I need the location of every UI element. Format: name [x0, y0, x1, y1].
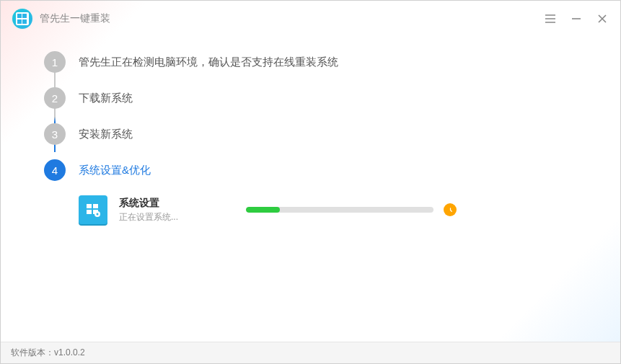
step-label-3: 安装新系统 [79, 128, 133, 141]
titlebar-left: 管先生一键重装 [12, 9, 110, 29]
progress-fill [246, 207, 280, 213]
clock-icon [444, 203, 457, 216]
app-logo-icon [12, 9, 32, 29]
step-number-3: 3 [44, 123, 66, 145]
menu-button[interactable] [544, 12, 557, 25]
step-3: 3 安装新系统 [44, 123, 591, 145]
step-label-2: 下载新系统 [79, 92, 133, 105]
svg-rect-0 [87, 204, 92, 208]
substep-status: 正在设置系统... [119, 211, 213, 223]
step-label-1: 管先生正在检测电脑环境，确认是否支持在线重装系统 [79, 56, 338, 69]
titlebar: 管先生一键重装 [1, 1, 620, 37]
close-button[interactable] [596, 12, 609, 25]
svg-point-5 [97, 213, 99, 216]
progress-bar [246, 207, 433, 213]
footer: 软件版本：v1.0.0.2 [1, 342, 620, 363]
step-2: 2 下载新系统 [44, 87, 591, 109]
step-4: 4 系统设置&优化 [44, 159, 591, 181]
windows-settings-icon [79, 195, 107, 224]
svg-rect-1 [93, 204, 98, 208]
version-label: 软件版本：v1.0.0.2 [11, 347, 85, 359]
steps-list: 1 管先生正在检测电脑环境，确认是否支持在线重装系统 2 下载新系统 3 安装新… [44, 51, 591, 224]
app-title: 管先生一键重装 [40, 12, 110, 25]
substep-title: 系统设置 [119, 197, 213, 210]
step-label-4: 系统设置&优化 [79, 164, 151, 177]
step-number-4: 4 [44, 159, 66, 181]
step-number-1: 1 [44, 51, 66, 73]
svg-rect-2 [87, 210, 92, 214]
substep-system-settings: 系统设置 正在设置系统... [79, 195, 591, 224]
step-number-2: 2 [44, 87, 66, 109]
step-1: 1 管先生正在检测电脑环境，确认是否支持在线重装系统 [44, 51, 591, 73]
main-content: 1 管先生正在检测电脑环境，确认是否支持在线重装系统 2 下载新系统 3 安装新… [1, 37, 620, 342]
app-window: 管先生一键重装 1 管先生正在检测电脑环境，确认是否支持在线重装系统 2 下载新… [0, 0, 621, 364]
window-controls [544, 12, 609, 25]
minimize-button[interactable] [570, 12, 583, 25]
progress-container [246, 203, 457, 216]
substep-info: 系统设置 正在设置系统... [119, 197, 213, 223]
